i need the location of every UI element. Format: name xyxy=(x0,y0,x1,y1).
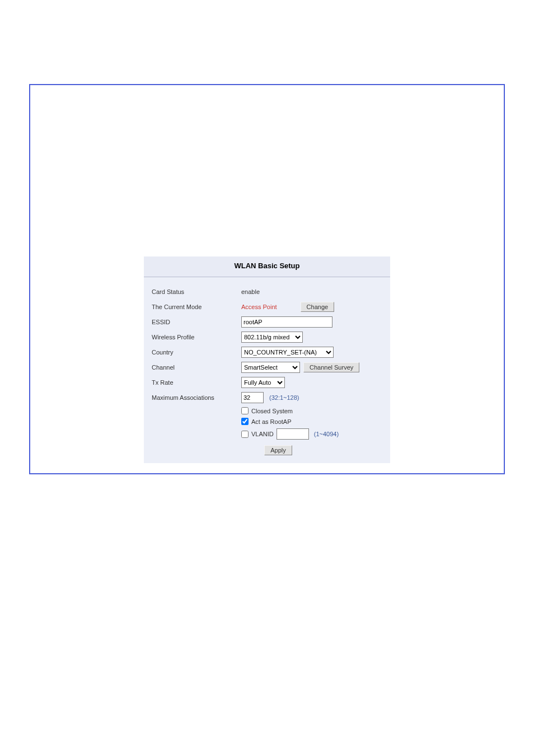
current-mode-label: The Current Mode xyxy=(152,304,241,310)
country-label: Country xyxy=(152,349,241,356)
essid-input[interactable] xyxy=(241,316,332,328)
current-mode-value: Access Point xyxy=(241,304,277,310)
wireless-profile-label: Wireless Profile xyxy=(152,334,241,340)
vlanid-hint: (1~4094) xyxy=(314,431,339,437)
channel-survey-button[interactable]: Channel Survey xyxy=(303,362,359,372)
vlanid-checkbox[interactable] xyxy=(241,431,249,438)
country-select[interactable]: NO_COUNTRY_SET-(NA) xyxy=(241,347,334,358)
channel-label: Channel xyxy=(152,364,241,371)
act-as-rootap-label: Act as RootAP xyxy=(251,418,292,425)
apply-button[interactable]: Apply xyxy=(264,445,292,455)
max-assoc-hint: (32:1~128) xyxy=(269,394,299,401)
vlanid-label: VLANID xyxy=(251,431,274,437)
tx-rate-select[interactable]: Fully Auto xyxy=(241,377,285,388)
channel-select[interactable]: SmartSelect xyxy=(241,362,300,373)
tx-rate-label: Tx Rate xyxy=(152,379,241,386)
change-button[interactable]: Change xyxy=(301,302,335,312)
card-status-value: enable xyxy=(241,288,260,295)
max-assoc-input[interactable] xyxy=(241,392,264,403)
act-as-rootap-checkbox[interactable] xyxy=(241,418,249,425)
closed-system-label: Closed System xyxy=(251,408,293,414)
wireless-profile-select[interactable]: 802.11b/g mixed xyxy=(241,332,303,343)
card-status-label: Card Status xyxy=(152,288,241,295)
vlanid-input[interactable] xyxy=(277,428,309,440)
closed-system-checkbox[interactable] xyxy=(241,407,249,414)
essid-label: ESSID xyxy=(152,319,241,325)
panel-title: WLAN Basic Setup xyxy=(144,256,390,277)
max-assoc-label: Maximum Associations xyxy=(152,394,241,401)
